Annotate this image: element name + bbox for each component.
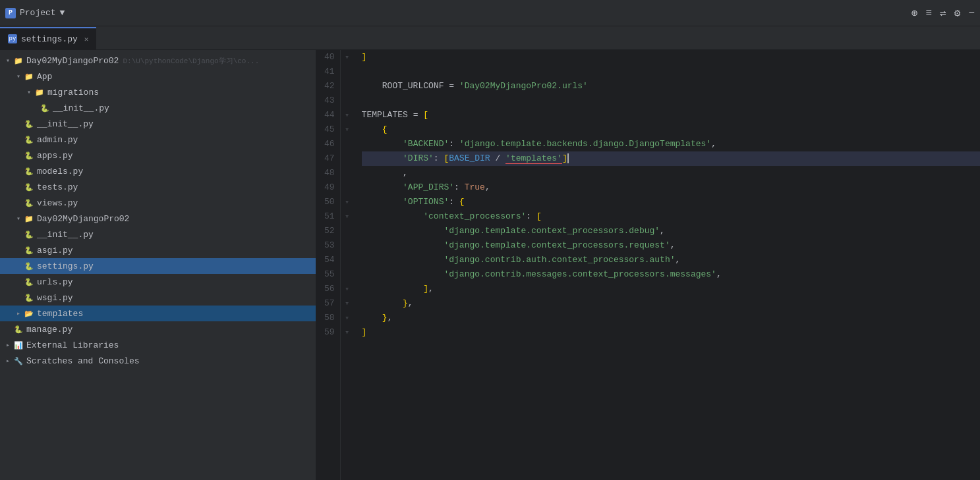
token: [362, 182, 403, 192]
fold-marker[interactable]: ▿: [341, 122, 354, 137]
python-file-icon: 🐍: [24, 292, 34, 303]
sidebar-item-migrations[interactable]: ▾ 📁 migrations: [0, 84, 316, 100]
line-number: 57: [324, 296, 335, 311]
sidebar-item-manage[interactable]: 🐍 manage.py: [0, 321, 316, 337]
fold-marker: [341, 65, 354, 79]
sidebar-item-urls[interactable]: 🐍 urls.py: [0, 274, 316, 290]
token: TEMPLATES: [362, 110, 408, 120]
token: 'OPTIONS': [403, 197, 449, 207]
fold-marker[interactable]: ▿: [341, 311, 354, 325]
sidebar-item-wsgi[interactable]: 🐍 wsgi.py: [0, 290, 316, 306]
token: 'BACKEND': [403, 139, 449, 149]
fold-marker: [341, 166, 354, 180]
arrow-icon: ▾: [13, 71, 24, 82]
token: :: [454, 182, 465, 192]
project-icon: P: [5, 8, 16, 18]
code-line[interactable]: {: [362, 122, 980, 137]
token: ]: [562, 153, 567, 163]
fold-marker[interactable]: ▿: [341, 108, 354, 122]
token: [362, 240, 444, 250]
settings-icon[interactable]: ⚙: [954, 7, 961, 20]
fold-marker[interactable]: ▿: [341, 296, 354, 311]
sidebar-item-app[interactable]: ▾ 📁 App: [0, 68, 316, 84]
python-file-icon: 🐍: [40, 103, 50, 113]
line-number: 53: [324, 238, 335, 253]
token: [: [423, 110, 428, 120]
folder-icon: 📂: [24, 308, 34, 319]
sidebar-item-views[interactable]: 🐍 views.py: [0, 195, 316, 211]
fold-marker[interactable]: ▿: [341, 325, 354, 340]
line-number: 51: [324, 209, 335, 224]
code-line[interactable]: ]: [362, 50, 980, 65]
sidebar-item-models[interactable]: 🐍 models.py: [0, 163, 316, 179]
title-bar-project[interactable]: P Project ▼: [5, 8, 65, 18]
tab-close-button[interactable]: ✕: [84, 35, 89, 43]
sidebar-item-scratches[interactable]: ▸ 🔧 Scratches and Consoles: [0, 353, 316, 369]
code-line[interactable]: },: [362, 296, 980, 311]
navigate-icon[interactable]: ⊕: [911, 7, 918, 20]
code-line[interactable]: 'django.template.context_processors.requ…: [362, 238, 980, 253]
sidebar-item-day02sub[interactable]: ▾ 📁 Day02MyDjangoPro02: [0, 211, 316, 227]
structure-icon[interactable]: ≡: [926, 7, 933, 19]
sidebar-item-asgi[interactable]: 🐍 asgi.py: [0, 242, 316, 258]
line-number: 54: [324, 253, 335, 267]
code-line[interactable]: 'APP_DIRS': True,: [362, 180, 980, 195]
token: ,: [660, 226, 665, 236]
fold-marker: [341, 137, 354, 151]
code-line[interactable]: [362, 65, 980, 79]
sidebar-item-admin[interactable]: 🐍 admin.py: [0, 132, 316, 147]
arrow-icon: ▾: [13, 213, 24, 224]
minimize-icon[interactable]: −: [968, 7, 975, 19]
code-line[interactable]: TEMPLATES = [: [362, 108, 980, 122]
fold-marker[interactable]: ▿: [341, 282, 354, 296]
fold-marker[interactable]: ▿: [341, 209, 354, 224]
fold-marker[interactable]: ▿: [341, 195, 354, 209]
sidebar-item-tests[interactable]: 🐍 tests.py: [0, 179, 316, 195]
sidebar-item-init-day02[interactable]: 🐍 __init__.py: [0, 227, 316, 242]
sidebar-label-init-day02: __init__.py: [37, 230, 94, 240]
fold-marker: [341, 253, 354, 267]
fold-marker[interactable]: ▿: [341, 50, 354, 65]
code-content[interactable]: ] ROOT_URLCONF = 'Day02MyDjangoPro02.url…: [354, 50, 980, 480]
folder-icon: 📁: [34, 87, 45, 97]
code-line[interactable]: 'DIRS': [BASE_DIR / 'templates']: [362, 151, 980, 166]
tab-settings-py[interactable]: py settings.py ✕: [0, 27, 96, 49]
line-number: 44: [324, 108, 335, 122]
file-tree: ▾ 📁 Day02MyDjangoPro02 D:\U\pythonCode\D…: [0, 50, 316, 480]
code-line[interactable]: 'BACKEND': 'django.template.backends.dja…: [362, 137, 980, 151]
token: [362, 313, 382, 323]
sidebar-item-init-app[interactable]: 🐍 __init__.py: [0, 116, 316, 132]
fold-gutter: ▿▿▿▿▿▿▿▿▿: [341, 50, 354, 480]
code-line[interactable]: 'context_processors': [: [362, 209, 980, 224]
code-line[interactable]: ,: [362, 166, 980, 180]
project-dropdown-icon[interactable]: ▼: [60, 8, 65, 18]
token: [362, 124, 382, 134]
sidebar-item-templates[interactable]: ▸ 📂 templates: [0, 306, 316, 321]
fold-marker: [341, 238, 354, 253]
code-line[interactable]: },: [362, 311, 980, 325]
line-number: 42: [324, 79, 335, 93]
switch-icon[interactable]: ⇌: [940, 7, 946, 20]
python-file-icon: 🐍: [24, 229, 34, 240]
code-line[interactable]: ],: [362, 282, 980, 296]
sidebar-item-extlibs[interactable]: ▸ 📊 External Libraries: [0, 337, 316, 353]
sidebar-label-day02root: Day02MyDjangoPro02: [26, 56, 119, 66]
title-bar-controls: ⊕ ≡ ⇌ ⚙ −: [911, 7, 975, 20]
code-editor[interactable]: 4041424344454647484950515253545556575859…: [316, 50, 980, 480]
sidebar-label-migrations: migrations: [47, 88, 99, 97]
sidebar-item-settings[interactable]: 🐍 settings.py: [0, 258, 316, 274]
sidebar-item-init-migrations[interactable]: 🐍 __init__.py: [0, 100, 316, 116]
code-line[interactable]: 'OPTIONS': {: [362, 195, 980, 209]
line-number: 52: [324, 224, 335, 238]
code-line[interactable]: ROOT_URLCONF = 'Day02MyDjangoPro02.urls': [362, 79, 980, 93]
code-line[interactable]: 'django.template.context_processors.debu…: [362, 224, 980, 238]
code-line[interactable]: ]: [362, 325, 980, 340]
token: 'django.contrib.auth.context_processors.…: [444, 255, 675, 265]
line-number: 41: [324, 65, 335, 79]
sidebar-item-day02root[interactable]: ▾ 📁 Day02MyDjangoPro02 D:\U\pythonCode\D…: [0, 53, 316, 68]
arrow-icon: ▾: [3, 55, 13, 66]
sidebar-item-apps[interactable]: 🐍 apps.py: [0, 147, 316, 163]
code-line[interactable]: 'django.contrib.auth.context_processors.…: [362, 253, 980, 267]
code-line[interactable]: [362, 93, 980, 108]
code-line[interactable]: 'django.contrib.messages.context_process…: [362, 267, 980, 282]
